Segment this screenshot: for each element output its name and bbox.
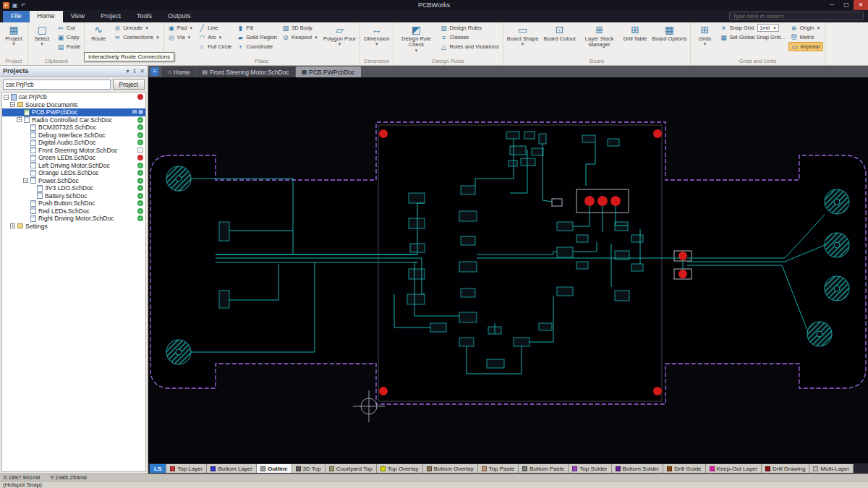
board-options-button[interactable]: ▦Board Options: [650, 23, 689, 42]
doc-tab-pcb-pwpcbdoc[interactable]: ▦PCB.PWPcbDoc: [296, 67, 361, 77]
schdoc-icon: [30, 124, 36, 131]
drill-table-button[interactable]: ⊞Drill Table: [621, 23, 650, 42]
layer-tab-keep-out-layer[interactable]: Keep-Out Layer: [706, 464, 762, 473]
menu-tabs-list: FileHomeViewProjectToolsOutputs: [0, 11, 198, 22]
layer-tab-top-overlay[interactable]: Top Overlay: [377, 464, 423, 473]
chevron-down-icon[interactable]: ▾: [127, 68, 129, 74]
tree-item-settings[interactable]: +Settings: [2, 223, 145, 231]
expander-icon[interactable]: −: [17, 117, 22, 122]
tree-item-bcm20732s-schdoc[interactable]: BCM20732S.SchDoc✓: [2, 124, 145, 132]
layer-tab-top-paste[interactable]: Top Paste: [478, 464, 519, 473]
board-cutout-button[interactable]: ⊡Board Cutout: [541, 23, 577, 42]
tree-item-3v3-ldo-schdoc[interactable]: 3V3 LDO.SchDoc✓: [2, 184, 145, 192]
tree-item-battery-schdoc[interactable]: Battery.SchDoc✓: [2, 192, 145, 200]
expander-icon[interactable]: −: [23, 178, 28, 183]
dimension-button[interactable]: ↔Dimension▼: [362, 23, 391, 47]
menu-tab-file[interactable]: File: [3, 11, 30, 22]
tree-item-car-prjpcb[interactable]: −car.PrjPcb: [2, 93, 145, 101]
layer-tab-outline[interactable]: Outline: [257, 464, 292, 473]
snap-grid-button[interactable]: #Snap Grid1mil▼: [718, 23, 787, 33]
pin-icon[interactable]: ↧: [132, 68, 137, 74]
keepout-button[interactable]: ⊘Keepout▼: [280, 33, 320, 42]
polygon-pour-button[interactable]: ▱Polygon Pour▼: [321, 23, 358, 47]
expander-icon[interactable]: +: [10, 223, 15, 228]
tree-item-red-leds-schdoc[interactable]: Red LEDs.SchDoc✓: [2, 207, 145, 215]
copy-button[interactable]: ▣Copy: [55, 33, 82, 42]
solid-region-button[interactable]: ▰Solid Region: [235, 33, 280, 42]
select-button[interactable]: ▢Select▼: [30, 23, 54, 47]
imperial-button[interactable]: ▭Imperial: [788, 42, 823, 51]
connections-button[interactable]: ≍Connections▼: [111, 33, 162, 42]
tree-item-orange-leds-schdoc[interactable]: Orange LEDs.SchDoc✓: [2, 169, 145, 177]
set-global-snap-grid-button[interactable]: ▦Set Global Snap Grid...: [718, 33, 787, 42]
grids-button[interactable]: ⊞Grids▼: [692, 23, 717, 47]
tree-item-right-driving-motor-schdoc[interactable]: Right Driving Motor.SchDoc✓: [2, 215, 145, 223]
expander-icon[interactable]: −: [10, 102, 15, 107]
full-circle-button[interactable]: ○Full Circle: [196, 42, 234, 51]
expander-icon: [23, 216, 28, 221]
layer-tab-drill-drawing[interactable]: Drill Drawing: [762, 464, 809, 473]
menu-tab-tools[interactable]: Tools: [129, 11, 160, 22]
menu-tab-home[interactable]: Home: [30, 11, 63, 22]
tree-item-push-button-schdoc[interactable]: Push Button.SchDoc✓: [2, 200, 145, 207]
minimize-button[interactable]: ─: [825, 0, 839, 10]
tree-item-digital-audio-schdoc[interactable]: Digital Audio.SchDoc✓: [2, 139, 145, 147]
tree-item-left-driving-motor-schdoc[interactable]: Left Driving Motor.SchDoc✓: [2, 162, 145, 170]
maximize-button[interactable]: ▢: [839, 0, 854, 10]
pcb-canvas[interactable]: [148, 77, 868, 463]
origin-button[interactable]: ⊕Origin▼: [788, 23, 823, 33]
layer-tab-drill-guide[interactable]: Drill Guide: [663, 464, 705, 473]
layer-tab-courtyard-top[interactable]: Courtyard Top: [326, 464, 377, 473]
origin-label: Origin: [800, 25, 814, 31]
layer-tab-top-layer[interactable]: Top Layer: [166, 464, 207, 473]
arc-button[interactable]: ◠Arc▼: [196, 33, 234, 42]
layer-tab-3d-top[interactable]: 3D Top: [292, 464, 326, 473]
tree-item-front-steering-motor-schdoc[interactable]: Front Steering Motor.SchDoc: [2, 147, 145, 155]
snap-grid-select[interactable]: 1mil▼: [757, 24, 779, 32]
tree-item-power-schdoc[interactable]: −Power.SchDoc✓: [2, 177, 145, 185]
tree-item-pcb-pwpcbdoc[interactable]: PCB.PWPcbDoc▤ ▦: [2, 108, 145, 116]
line-button[interactable]: ╱Line: [196, 23, 234, 33]
3d-body-button[interactable]: ▧3D Body: [280, 23, 320, 33]
layer-tab-multi-layer[interactable]: Multi-Layer: [809, 464, 854, 473]
layer-color-swatch: [260, 466, 265, 471]
rules-and-violations-button[interactable]: △Rules and Violations: [438, 42, 501, 51]
layer-tab-bottom-overlay[interactable]: Bottom Overlay: [423, 464, 478, 473]
search-input[interactable]: [729, 12, 864, 20]
design-rule-check-button[interactable]: ◩Design Rule Check▼: [395, 23, 437, 53]
via-button[interactable]: ◎Via▼: [166, 33, 195, 42]
route-button[interactable]: ∿Route: [86, 23, 111, 42]
tree-item-debug-interface-schdoc[interactable]: Debug Interface.SchDoc✓: [2, 132, 145, 140]
project-filter-input[interactable]: [3, 80, 111, 90]
doc-tab-home[interactable]: ⌂Home: [162, 67, 196, 77]
expander-icon[interactable]: −: [4, 95, 9, 100]
paste-button[interactable]: ▤Paste: [55, 42, 82, 51]
close-button[interactable]: ✕: [854, 0, 868, 10]
menu-tab-view[interactable]: View: [63, 11, 93, 22]
panels-icon[interactable]: ≡: [150, 67, 159, 76]
layer-tab-bottom-paste[interactable]: Bottom Paste: [519, 464, 569, 473]
classes-button[interactable]: ≡Classes: [438, 33, 501, 42]
coordinate-button[interactable]: +Coordinate: [235, 42, 280, 51]
pad-button[interactable]: ◉Pad▼: [166, 23, 195, 33]
doc-tab-front-steering-motor-schdoc[interactable]: ▤Front Steering Motor.SchDoc: [197, 67, 295, 77]
design-rules-button[interactable]: ▥Design Rules: [438, 23, 501, 33]
layer-tab-top-solder[interactable]: Top Solder: [569, 464, 611, 473]
project-button[interactable]: ▦Project▼: [1, 23, 26, 47]
close-panel-icon[interactable]: ✕: [140, 68, 145, 74]
layer-tab-bottom-solder[interactable]: Bottom Solder: [612, 464, 664, 473]
project-button[interactable]: Project: [113, 79, 145, 90]
tree-item-green-leds-schdoc[interactable]: Green LEDs.SchDoc: [2, 154, 145, 162]
metric-button[interactable]: ⓂMetric: [788, 33, 823, 42]
board-shape-button[interactable]: ▭Board Shape▼: [505, 23, 541, 47]
cut-button[interactable]: ✂Cut: [55, 23, 82, 33]
tree-item-radio-controlled-car-schdoc[interactable]: −Radio Controlled Car.SchDoc✓: [2, 116, 145, 124]
tree-item-source-documents[interactable]: −Source Documents: [2, 101, 145, 109]
layer-tab-ls[interactable]: LS: [150, 464, 166, 473]
menu-tab-outputs[interactable]: Outputs: [160, 11, 199, 22]
menu-tab-project[interactable]: Project: [93, 11, 129, 22]
layer-tab-bottom-layer[interactable]: Bottom Layer: [207, 464, 257, 473]
layer-stack-manager-button[interactable]: ≣Layer Stack Manager: [579, 23, 621, 48]
unroute-button[interactable]: ⊘Unroute▼: [111, 23, 162, 33]
fill-button[interactable]: ▮Fill: [235, 23, 280, 33]
